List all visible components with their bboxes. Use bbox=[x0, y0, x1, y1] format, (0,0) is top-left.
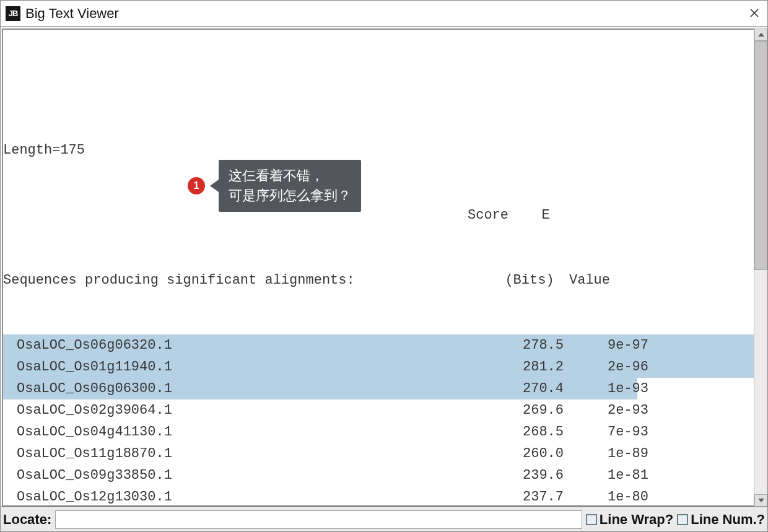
blank-line bbox=[3, 74, 754, 96]
score-value: 239.6 bbox=[512, 464, 574, 486]
locate-input[interactable] bbox=[55, 510, 582, 529]
text-viewer[interactable]: Length=175 Score E Sequences producing s… bbox=[2, 28, 754, 507]
line-wrap-checkbox[interactable]: Line Wrap? bbox=[586, 512, 673, 528]
score-value: 237.7 bbox=[512, 486, 574, 507]
result-row[interactable]: OsaLOC_Os06g06300.1270.41e-93 bbox=[3, 378, 754, 399]
e-header-top: E bbox=[508, 204, 583, 226]
e-value: 1e-89 bbox=[574, 443, 648, 464]
score-value: 260.0 bbox=[512, 443, 574, 464]
chevron-down-icon bbox=[758, 498, 764, 503]
sequence-name: OsaLOC_Os04g41130.1 bbox=[17, 421, 512, 443]
e-header-bot: Value bbox=[561, 269, 635, 291]
sequence-name: OsaLOC_Os02g39064.1 bbox=[17, 399, 512, 421]
locate-label: Locate: bbox=[3, 512, 51, 528]
text-content: Length=175 Score E Sequences producing s… bbox=[3, 30, 754, 507]
application-window: JB Big Text Viewer Length=175 Score E Se… bbox=[0, 0, 768, 532]
header-line-1: Score E bbox=[3, 204, 754, 226]
rows-container: OsaLOC_Os06g06320.1278.59e-97OsaLOC_Os01… bbox=[3, 334, 754, 507]
vertical-scrollbar[interactable] bbox=[754, 28, 767, 507]
result-row[interactable]: OsaLOC_Os01g11940.1281.22e-96 bbox=[3, 356, 754, 378]
result-row[interactable]: OsaLOC_Os09g33850.1239.61e-81 bbox=[3, 464, 754, 486]
scrollbar-thumb[interactable] bbox=[754, 41, 767, 270]
footer-bar: Locate: Line Wrap? Line Num.? bbox=[1, 507, 767, 531]
close-icon bbox=[750, 9, 759, 17]
score-value: 281.2 bbox=[512, 356, 574, 378]
scroll-up-button[interactable] bbox=[754, 28, 767, 41]
line-wrap-label: Line Wrap? bbox=[600, 512, 673, 528]
line-num-checkbox[interactable]: Line Num.? bbox=[677, 512, 765, 528]
score-value: 268.5 bbox=[512, 421, 574, 443]
sequence-name: OsaLOC_Os12g13030.1 bbox=[17, 486, 512, 507]
e-value: 1e-80 bbox=[574, 486, 648, 507]
sequence-name: OsaLOC_Os09g33850.1 bbox=[17, 464, 512, 486]
e-value: 2e-93 bbox=[574, 399, 648, 421]
sequence-name: OsaLOC_Os06g06300.1 bbox=[17, 378, 512, 399]
e-value: 2e-96 bbox=[574, 356, 648, 378]
chevron-up-icon bbox=[758, 32, 764, 37]
title-bar: JB Big Text Viewer bbox=[1, 1, 767, 27]
window-title: Big Text Viewer bbox=[25, 6, 746, 22]
score-header-top: Score bbox=[3, 204, 508, 226]
checkbox-box-icon bbox=[586, 514, 597, 525]
e-value: 7e-93 bbox=[574, 421, 648, 443]
length-line: Length=175 bbox=[3, 139, 754, 161]
score-value: 269.6 bbox=[512, 399, 574, 421]
score-value: 270.4 bbox=[512, 378, 574, 399]
sequence-name: OsaLOC_Os01g11940.1 bbox=[17, 356, 512, 378]
result-row[interactable]: OsaLOC_Os02g39064.1269.62e-93 bbox=[3, 399, 754, 421]
app-icon: JB bbox=[6, 6, 20, 21]
e-value: 1e-93 bbox=[574, 378, 648, 399]
e-value: 9e-97 bbox=[574, 334, 648, 356]
score-value: 278.5 bbox=[512, 334, 574, 356]
main-area: Length=175 Score E Sequences producing s… bbox=[1, 27, 767, 507]
sequence-name: OsaLOC_Os06g06320.1 bbox=[17, 334, 512, 356]
line-num-label: Line Num.? bbox=[691, 512, 765, 528]
checkbox-box-icon bbox=[677, 514, 688, 525]
result-row[interactable]: OsaLOC_Os04g41130.1268.57e-93 bbox=[3, 421, 754, 443]
scrollbar-track[interactable] bbox=[754, 41, 767, 494]
close-button[interactable] bbox=[746, 6, 762, 20]
e-value: 1e-81 bbox=[574, 464, 648, 486]
result-row[interactable]: OsaLOC_Os11g18870.1260.01e-89 bbox=[3, 443, 754, 464]
scroll-down-button[interactable] bbox=[754, 494, 767, 507]
header-line-2: Sequences producing significant alignmen… bbox=[3, 269, 754, 291]
result-row[interactable]: OsaLOC_Os06g06320.1278.59e-97 bbox=[3, 334, 754, 356]
alignments-header-label: Sequences producing significant alignmen… bbox=[3, 269, 499, 291]
score-header-bot: (Bits) bbox=[499, 269, 561, 291]
result-row[interactable]: OsaLOC_Os12g13030.1237.71e-80 bbox=[3, 486, 754, 507]
sequence-name: OsaLOC_Os11g18870.1 bbox=[17, 443, 512, 464]
